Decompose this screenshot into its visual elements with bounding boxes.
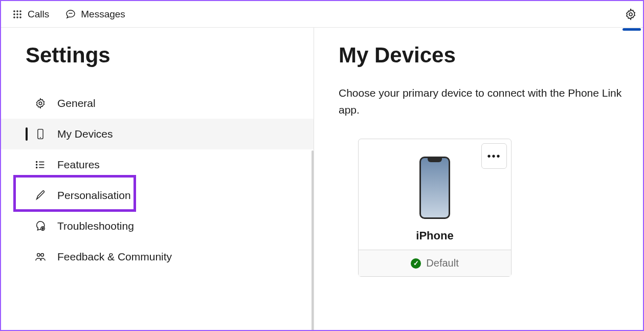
sidebar-title: Settings bbox=[1, 43, 314, 68]
more-icon: ••• bbox=[487, 150, 501, 162]
svg-point-2 bbox=[20, 10, 21, 11]
svg-point-3 bbox=[14, 13, 15, 14]
svg-point-23 bbox=[41, 254, 44, 257]
sidebar-scrollbar[interactable] bbox=[312, 150, 314, 331]
svg-point-18 bbox=[36, 167, 37, 168]
svg-point-5 bbox=[20, 13, 21, 14]
content: Settings General My Devi bbox=[1, 28, 643, 330]
svg-point-14 bbox=[36, 162, 37, 163]
sidebar-item-personalisation[interactable]: Personalisation bbox=[1, 180, 314, 211]
svg-point-6 bbox=[14, 16, 15, 17]
device-status: ✓ Default bbox=[359, 250, 511, 276]
calls-label: Calls bbox=[28, 9, 49, 20]
svg-point-22 bbox=[37, 254, 40, 257]
svg-point-0 bbox=[14, 10, 15, 11]
dialpad-icon bbox=[12, 9, 23, 19]
main-description: Choose your primary device to connect wi… bbox=[339, 85, 625, 118]
topbar: Calls Messages bbox=[1, 1, 643, 28]
device-status-label: Default bbox=[426, 257, 458, 269]
svg-point-8 bbox=[20, 16, 21, 17]
device-name: iPhone bbox=[416, 229, 453, 242]
sidebar-item-label: My Devices bbox=[57, 128, 113, 140]
calls-tab[interactable]: Calls bbox=[5, 5, 56, 24]
settings-button[interactable] bbox=[618, 5, 639, 24]
sidebar-item-label: Features bbox=[57, 159, 100, 171]
help-icon: ? bbox=[35, 220, 46, 232]
main-title: My Devices bbox=[339, 43, 625, 68]
sidebar-item-label: General bbox=[57, 97, 96, 109]
sidebar-item-label: Troubleshooting bbox=[57, 220, 134, 232]
list-icon bbox=[35, 159, 46, 170]
phone-icon bbox=[35, 128, 46, 140]
sidebar-item-my-devices[interactable]: My Devices bbox=[1, 119, 314, 149]
gear-icon bbox=[35, 98, 46, 109]
sidebar-item-troubleshooting[interactable]: ? Troubleshooting bbox=[1, 211, 314, 241]
nav-list: General My Devices bbox=[1, 88, 314, 272]
people-icon bbox=[35, 251, 46, 262]
device-card[interactable]: ••• iPhone ✓ Default bbox=[358, 139, 512, 277]
svg-point-10 bbox=[629, 13, 632, 16]
svg-point-7 bbox=[17, 16, 18, 17]
main-panel: My Devices Choose your primary device to… bbox=[314, 28, 643, 330]
pen-icon bbox=[35, 190, 46, 201]
svg-point-1 bbox=[17, 10, 18, 11]
svg-point-16 bbox=[36, 164, 37, 165]
svg-point-4 bbox=[17, 13, 18, 14]
settings-sidebar: Settings General My Devi bbox=[1, 28, 314, 330]
check-icon: ✓ bbox=[411, 258, 421, 269]
sidebar-item-label: Feedback & Community bbox=[57, 251, 172, 263]
messages-label: Messages bbox=[81, 9, 125, 20]
sidebar-item-features[interactable]: Features bbox=[1, 149, 314, 180]
gear-icon bbox=[625, 8, 637, 20]
sidebar-item-general[interactable]: General bbox=[1, 88, 314, 119]
messages-tab[interactable]: Messages bbox=[58, 5, 132, 24]
message-icon bbox=[65, 9, 76, 19]
sidebar-item-label: Personalisation bbox=[57, 189, 131, 202]
sidebar-item-feedback[interactable]: Feedback & Community bbox=[1, 241, 314, 272]
svg-point-11 bbox=[39, 102, 42, 105]
device-illustration bbox=[419, 157, 450, 219]
device-more-button[interactable]: ••• bbox=[481, 143, 507, 169]
